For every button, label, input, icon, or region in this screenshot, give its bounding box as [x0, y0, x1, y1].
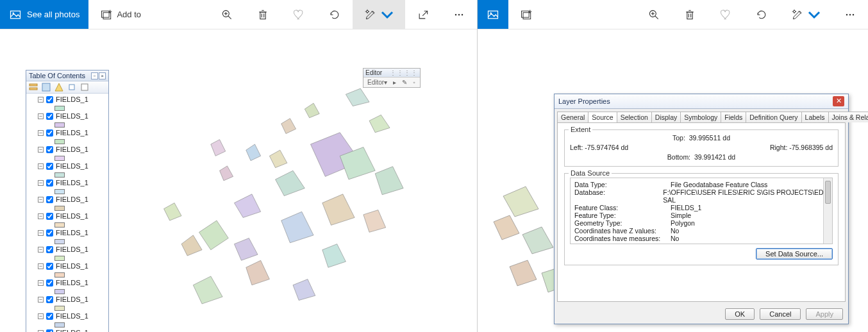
ok-button[interactable]: OK [725, 308, 755, 320]
collapse-icon[interactable]: − [38, 230, 44, 236]
datasource-scrollbar[interactable] [823, 178, 832, 244]
collapse-icon[interactable]: − [38, 313, 44, 319]
layer-visibility-checkbox[interactable] [46, 213, 53, 220]
toc-pin-icon[interactable]: ▫ [91, 72, 98, 79]
collapse-icon[interactable]: − [38, 197, 44, 203]
map-canvas-left[interactable] [109, 68, 477, 332]
favorite-button[interactable] [281, 0, 317, 29]
layer-visibility-checkbox[interactable] [46, 329, 53, 333]
tab-display[interactable]: Display [651, 112, 681, 122]
toc-layer-row[interactable]: −FIELDS_1 [26, 95, 108, 104]
collapse-icon[interactable]: − [38, 180, 44, 186]
svg-point-17 [458, 13, 460, 15]
layer-visibility-checkbox[interactable] [46, 163, 53, 170]
collapse-icon[interactable]: − [38, 130, 44, 136]
datasource-row: Geometry Type:Polygon [574, 219, 828, 227]
layer-visibility-checkbox[interactable] [46, 229, 53, 237]
collapse-icon[interactable]: − [38, 280, 44, 286]
svg-marker-43 [363, 210, 386, 233]
cancel-button[interactable]: Cancel [760, 308, 801, 320]
edit-button[interactable] [353, 0, 405, 29]
toc-list-by-drawing-icon[interactable] [29, 83, 38, 92]
svg-marker-42 [322, 244, 346, 268]
toc-layer-row[interactable]: −FIELDS_1 [26, 278, 108, 287]
collapse-icon[interactable]: − [38, 297, 44, 303]
see-all-photos-button-r[interactable] [478, 0, 508, 29]
toc-options-icon[interactable] [80, 83, 89, 92]
tab-general[interactable]: General [557, 112, 588, 122]
tab-fields[interactable]: Fields [721, 112, 746, 122]
toc-layer-row[interactable]: −FIELDS_1 [26, 178, 108, 187]
edit-button-r[interactable] [780, 0, 832, 29]
dialog-titlebar[interactable]: Layer Properties ✕ [555, 94, 848, 109]
add-to-button-r[interactable] [508, 0, 544, 29]
layer-name-label: FIELDS_1 [56, 262, 88, 270]
set-data-source-button[interactable]: Set Data Source... [756, 248, 833, 260]
collapse-icon[interactable]: − [38, 213, 44, 219]
apply-button[interactable]: Apply [806, 308, 843, 320]
collapse-icon[interactable]: − [38, 247, 44, 253]
svg-point-50 [490, 12, 492, 14]
toc-titlebar[interactable]: Table Of Contents ▫ × [26, 71, 108, 81]
svg-rect-3 [103, 12, 111, 19]
layer-visibility-checkbox[interactable] [46, 279, 53, 286]
delete-button-r[interactable] [672, 0, 708, 29]
svg-marker-35 [346, 88, 369, 106]
toc-layer-row[interactable]: −FIELDS_1 [26, 145, 108, 154]
tab-symbology[interactable]: Symbology [680, 112, 721, 122]
collapse-icon[interactable]: − [38, 147, 44, 153]
tab-selection[interactable]: Selection [617, 112, 652, 122]
toc-list-by-selection-icon[interactable] [67, 83, 76, 92]
collapse-icon[interactable]: − [38, 97, 44, 103]
layer-visibility-checkbox[interactable] [46, 113, 53, 120]
collapse-icon[interactable]: − [38, 113, 44, 119]
tab-labels[interactable]: Labels [801, 112, 829, 122]
favorite-button-r[interactable] [708, 0, 744, 29]
toc-layer-row[interactable]: −FIELDS_1 [26, 162, 108, 170]
layer-visibility-checkbox[interactable] [46, 96, 53, 103]
image-icon [487, 8, 499, 21]
more-button-r[interactable] [832, 0, 868, 29]
collapse-icon[interactable]: − [38, 263, 44, 269]
toc-close-icon[interactable]: × [99, 72, 106, 79]
layer-visibility-checkbox[interactable] [46, 146, 53, 153]
collapse-icon[interactable]: − [38, 330, 44, 333]
zoom-button-r[interactable] [636, 0, 672, 29]
layer-visibility-checkbox[interactable] [46, 313, 53, 320]
toc-layer-row[interactable]: −FIELDS_1 [26, 328, 108, 332]
toc-layer-row[interactable]: −FIELDS_1 [26, 261, 108, 270]
dialog-close-button[interactable]: ✕ [833, 96, 844, 106]
toc-layer-row[interactable]: −FIELDS_1 [26, 245, 108, 254]
rotate-button[interactable] [317, 0, 353, 29]
delete-button[interactable] [245, 0, 281, 29]
datasource-listbox[interactable]: Data Type:File Geodatabase Feature Class… [570, 178, 833, 244]
zoom-button[interactable] [209, 0, 245, 29]
rotate-button-r[interactable] [744, 0, 780, 29]
toc-layer-row[interactable]: −FIELDS_1 [26, 128, 108, 137]
toc-list-by-visibility-icon[interactable] [54, 83, 63, 92]
toc-layer-row[interactable]: −FIELDS_1 [26, 112, 108, 120]
toc-list-by-source-icon[interactable] [42, 83, 51, 92]
tab-definition-query[interactable]: Definition Query [746, 112, 801, 122]
see-all-photos-button[interactable]: See all photos [0, 0, 88, 29]
toc-layer-row[interactable]: −FIELDS_1 [26, 295, 108, 304]
toc-body[interactable]: −FIELDS_1−FIELDS_1−FIELDS_1−FIELDS_1−FIE… [26, 94, 108, 332]
share-button[interactable] [405, 0, 441, 29]
collapse-icon[interactable]: − [38, 163, 44, 169]
toc-layer-row[interactable]: −FIELDS_1 [26, 228, 108, 237]
tab-joins-relates[interactable]: Joins & Relates [828, 112, 869, 122]
more-button[interactable] [441, 0, 477, 29]
layer-visibility-checkbox[interactable] [46, 196, 53, 203]
layer-visibility-checkbox[interactable] [46, 263, 53, 270]
layer-visibility-checkbox[interactable] [46, 246, 53, 253]
add-to-button[interactable]: Add to [88, 0, 153, 29]
scrollbar-thumb[interactable] [825, 181, 831, 204]
layer-visibility-checkbox[interactable] [46, 296, 53, 303]
tab-source[interactable]: Source [588, 112, 617, 122]
toc-layer-row[interactable]: −FIELDS_1 [26, 311, 108, 320]
toc-layer-row[interactable]: −FIELDS_1 [26, 212, 108, 220]
layer-visibility-checkbox[interactable] [46, 129, 53, 137]
toc-layer-row[interactable]: −FIELDS_1 [26, 195, 108, 204]
layer-visibility-checkbox[interactable] [46, 179, 53, 187]
datasource-row: Database:F:\OFFICE\USER FILES\ERIC S\GIS… [574, 188, 828, 204]
